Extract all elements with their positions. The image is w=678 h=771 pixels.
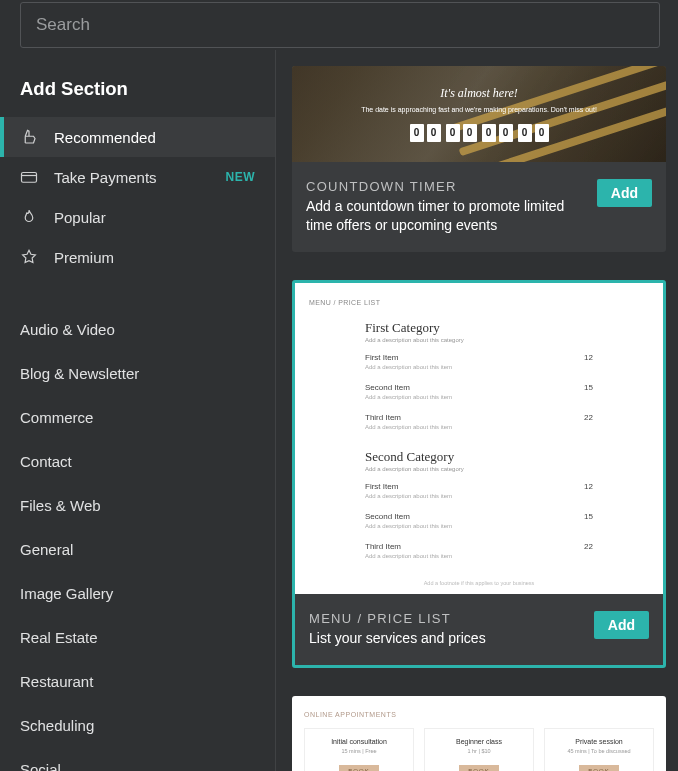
nav-take-payments[interactable]: Take Payments NEW (0, 157, 275, 197)
card-icon (20, 168, 38, 186)
svg-rect-0 (22, 173, 37, 183)
star-icon (20, 248, 38, 266)
menu-category-desc: Add a description about this category (365, 466, 593, 472)
menu-item-price: 12 (584, 353, 593, 362)
card-title: COUNTDOWN TIMER (306, 179, 585, 194)
appt-card: Initial consultation15 mins | FreeBOOK (304, 728, 414, 771)
book-button[interactable]: BOOK (579, 765, 618, 771)
card-countdown[interactable]: It's almost here! The date is approachin… (292, 66, 666, 252)
digit: 0 (499, 124, 513, 142)
cat-restaurant[interactable]: Restaurant (0, 659, 275, 703)
nav-recommended[interactable]: Recommended (0, 117, 275, 157)
menu-item-price: 15 (584, 512, 593, 521)
menu-item: First ItemAdd a description about this i… (365, 482, 593, 499)
cat-contact[interactable]: Contact (0, 439, 275, 483)
menu-item-price: 12 (584, 482, 593, 491)
nav-label: Recommended (54, 129, 156, 146)
card-menu-price-list[interactable]: MENU / PRICE LIST First Category Add a d… (292, 280, 666, 668)
add-button[interactable]: Add (597, 179, 652, 207)
cat-image-gallery[interactable]: Image Gallery (0, 571, 275, 615)
cat-audio-video[interactable]: Audio & Video (0, 307, 275, 351)
add-button[interactable]: Add (594, 611, 649, 639)
appt-meta: 45 mins | To be discussed (550, 748, 648, 754)
digit: 0 (463, 124, 477, 142)
book-button[interactable]: BOOK (339, 765, 378, 771)
menu-item-desc: Add a description about this item (365, 523, 584, 529)
appt-crumb: ONLINE APPOINTMENTS (304, 711, 654, 718)
appt-meta: 1 hr | $10 (430, 748, 528, 754)
book-button[interactable]: BOOK (459, 765, 498, 771)
digit: 0 (410, 124, 424, 142)
nav-label: Popular (54, 209, 106, 226)
sidebar: Add Section Recommended Take Payments NE… (0, 50, 276, 771)
appt-preview: ONLINE APPOINTMENTS Initial consultation… (292, 696, 666, 771)
menu-item-name: Third Item (365, 413, 584, 422)
menu-item-name: Third Item (365, 542, 584, 551)
cat-blog-newsletter[interactable]: Blog & Newsletter (0, 351, 275, 395)
appt-name: Initial consultation (310, 738, 408, 745)
menu-item: Third ItemAdd a description about this i… (365, 413, 593, 430)
appt-meta: 15 mins | Free (310, 748, 408, 754)
nav-label: Premium (54, 249, 114, 266)
cat-files-web[interactable]: Files & Web (0, 483, 275, 527)
digit: 0 (518, 124, 532, 142)
menu-category: First Category (365, 320, 593, 336)
card-online-appointments[interactable]: ONLINE APPOINTMENTS Initial consultation… (292, 696, 666, 771)
menu-item-desc: Add a description about this item (365, 424, 584, 430)
flame-icon (20, 208, 38, 226)
digit: 0 (535, 124, 549, 142)
menu-footnote: Add a footnote if this applies to your b… (309, 578, 649, 586)
card-title: MENU / PRICE LIST (309, 611, 582, 626)
card-desc: Add a countdown timer to promote limited… (306, 197, 585, 235)
appt-name: Private session (550, 738, 648, 745)
menu-item: Third ItemAdd a description about this i… (365, 542, 593, 559)
menu-item-desc: Add a description about this item (365, 493, 584, 499)
thumbs-up-icon (20, 128, 38, 146)
menu-category: Second Category (365, 449, 593, 465)
digit: 0 (482, 124, 496, 142)
countdown-headline: It's almost here! (440, 86, 517, 101)
menu-item-name: First Item (365, 353, 584, 362)
cat-commerce[interactable]: Commerce (0, 395, 275, 439)
digit: 0 (427, 124, 441, 142)
menu-item: Second ItemAdd a description about this … (365, 512, 593, 529)
nav-popular[interactable]: Popular (0, 197, 275, 237)
search-input[interactable] (20, 2, 660, 48)
card-desc: List your services and prices (309, 629, 582, 648)
digit: 0 (446, 124, 460, 142)
menu-preview: MENU / PRICE LIST First Category Add a d… (295, 283, 663, 594)
countdown-sub: The date is approaching fast and we're m… (361, 105, 597, 114)
menu-item-name: First Item (365, 482, 584, 491)
nav-label: Take Payments (54, 169, 157, 186)
menu-item-price: 22 (584, 542, 593, 551)
menu-item-desc: Add a description about this item (365, 394, 584, 400)
appt-name: Beginner class (430, 738, 528, 745)
cat-general[interactable]: General (0, 527, 275, 571)
cat-social[interactable]: Social (0, 747, 275, 771)
menu-item-desc: Add a description about this item (365, 553, 584, 559)
menu-category-desc: Add a description about this category (365, 337, 593, 343)
content: It's almost here! The date is approachin… (276, 50, 678, 771)
menu-crumb: MENU / PRICE LIST (309, 299, 649, 306)
sidebar-heading: Add Section (0, 50, 275, 117)
menu-item-price: 15 (584, 383, 593, 392)
cat-scheduling[interactable]: Scheduling (0, 703, 275, 747)
countdown-preview: It's almost here! The date is approachin… (292, 66, 666, 162)
cat-real-estate[interactable]: Real Estate (0, 615, 275, 659)
menu-item-price: 22 (584, 413, 593, 422)
menu-item-desc: Add a description about this item (365, 364, 584, 370)
category-list: Audio & Video Blog & Newsletter Commerce… (0, 277, 275, 771)
menu-item: First ItemAdd a description about this i… (365, 353, 593, 370)
appt-card: Private session45 mins | To be discussed… (544, 728, 654, 771)
new-badge: NEW (226, 170, 256, 184)
nav-premium[interactable]: Premium (0, 237, 275, 277)
countdown-digits: 00 00 00 00 (410, 124, 549, 142)
menu-item-name: Second Item (365, 383, 584, 392)
menu-item: Second ItemAdd a description about this … (365, 383, 593, 400)
appt-card: Beginner class1 hr | $10BOOK (424, 728, 534, 771)
menu-item-name: Second Item (365, 512, 584, 521)
